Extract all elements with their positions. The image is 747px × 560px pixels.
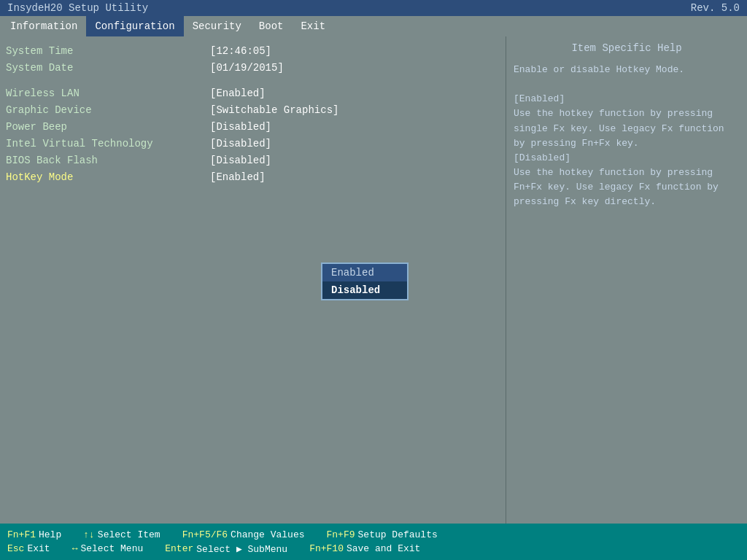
intel-vt-label: Intel Virtual Technology <box>6 136 210 152</box>
intel-vt-row: Intel Virtual Technology [Disabled] <box>6 136 500 152</box>
title-bar: InsydeH20 Setup Utility Rev. 5.0 <box>0 0 747 16</box>
wireless-lan-row: Wireless LAN [Enabled] <box>6 86 500 101</box>
wireless-lan-value[interactable]: [Enabled] <box>210 86 266 101</box>
power-beep-row: Power Beep [Disabled] <box>6 120 500 135</box>
help-title: Item Specific Help <box>514 42 740 54</box>
hotkey-mode-value[interactable]: [Enabled] <box>210 170 266 185</box>
dropdown-popup: Enabled Disabled <box>321 262 409 300</box>
hint-select-item: ↑↓ Select Item <box>83 529 160 540</box>
revision: Rev. 5.0 <box>691 2 740 14</box>
wireless-lan-label: Wireless LAN <box>6 86 210 101</box>
menu-item-configuration[interactable]: Configuration <box>86 16 183 36</box>
bottom-bar: Fn+F1 Help ↑↓ Select Item Fn+F5/F6 Chang… <box>0 524 747 560</box>
hotkey-mode-label: HotKey Mode <box>6 170 210 185</box>
intel-vt-value[interactable]: [Disabled] <box>210 136 271 152</box>
bios-back-flash-label: BIOS Back Flash <box>6 153 210 168</box>
dropdown-item-enabled[interactable]: Enabled <box>322 264 407 281</box>
hint-select-menu: ↔ Select Menu <box>72 543 144 555</box>
bios-back-flash-row: BIOS Back Flash [Disabled] <box>6 153 500 168</box>
hint-change-values: Fn+F5/F6 Change Values <box>182 529 305 540</box>
power-beep-value[interactable]: [Disabled] <box>210 120 271 135</box>
system-date-value[interactable]: [01/19/2015] <box>210 61 284 76</box>
graphic-device-label: Graphic Device <box>6 103 210 118</box>
help-text: Enable or disable Hotkey Mode. [Enabled]… <box>514 63 740 209</box>
power-beep-label: Power Beep <box>6 120 210 135</box>
hint-setup-defaults: Fn+F9 Setup Defaults <box>327 529 438 540</box>
system-date-row: System Date [01/19/2015] <box>6 61 500 76</box>
system-date-label: System Date <box>6 61 210 76</box>
graphic-device-value[interactable]: [Switchable Graphics] <box>210 103 338 118</box>
system-time-row: System Time [12:46:05] <box>6 44 500 59</box>
hint-esc: Esc Exit <box>7 543 50 555</box>
menu-item-information[interactable]: Information <box>1 16 86 36</box>
hotkey-mode-row: HotKey Mode [Enabled] <box>6 170 500 185</box>
dropdown-item-disabled[interactable]: Disabled <box>322 281 407 299</box>
right-panel: Item Specific Help Enable or disable Hot… <box>506 36 747 524</box>
menu-item-security[interactable]: Security <box>184 16 250 36</box>
system-time-value[interactable]: [12:46:05] <box>210 44 271 59</box>
hint-fn-f10: Fn+F10 Save and Exit <box>309 543 420 555</box>
left-panel: System Time [12:46:05] System Date [01/1… <box>0 36 506 524</box>
graphic-device-row: Graphic Device [Switchable Graphics] <box>6 103 500 118</box>
hint-enter: Enter Select ▶ SubMenu <box>165 543 287 555</box>
bios-back-flash-value[interactable]: [Disabled] <box>210 153 271 168</box>
main-content: System Time [12:46:05] System Date [01/1… <box>0 36 747 524</box>
app-name: InsydeH20 Setup Utility <box>7 2 148 14</box>
hint-fn-f1: Fn+F1 Help <box>7 529 61 540</box>
bottom-hints: Fn+F1 Help ↑↓ Select Item Fn+F5/F6 Chang… <box>7 529 740 555</box>
menu-item-exit[interactable]: Exit <box>292 16 334 36</box>
menu-bar: Information Configuration Security Boot … <box>0 16 747 36</box>
menu-item-boot[interactable]: Boot <box>250 16 293 36</box>
system-time-label: System Time <box>6 44 210 59</box>
